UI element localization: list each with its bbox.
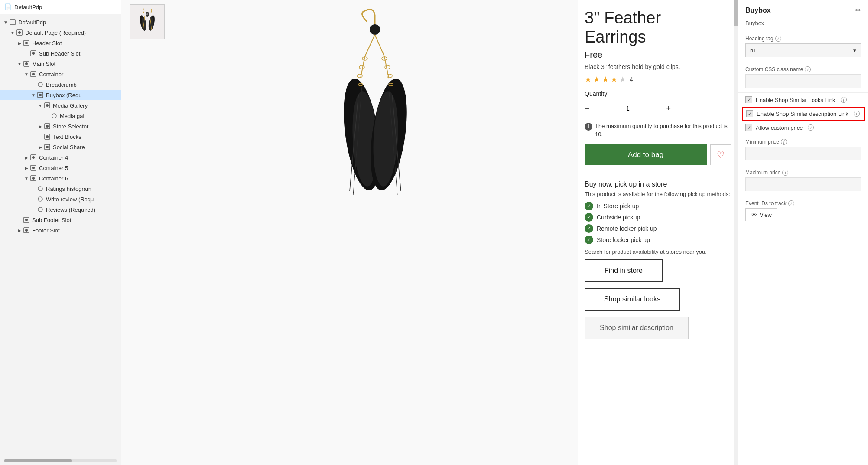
pickup-method-3: ✓ Remote locker pick up — [585, 224, 731, 233]
tree-label-container: Container — [39, 71, 118, 78]
sidebar-item-buybox[interactable]: ▼Buybox (Requ··· — [0, 90, 121, 100]
sidebar-item-media-gallery[interactable]: ▼Media Gallery — [0, 100, 121, 111]
shop-similar-looks-button[interactable]: Shop similar looks — [585, 288, 680, 311]
sidebar-title: DefaultPdp — [14, 4, 42, 10]
tree-label-media-gall: Media gall — [60, 113, 118, 119]
max-qty-text: The maximum quantity to purchase for thi… — [595, 122, 731, 138]
heading-tag-info-icon[interactable]: i — [775, 36, 781, 42]
find-in-store-button[interactable]: Find in store — [585, 259, 663, 282]
sidebar-item-container-5[interactable]: ▶Container 5 — [0, 163, 121, 173]
view-button[interactable]: 👁 View — [745, 208, 777, 221]
max-price-input[interactable] — [745, 177, 861, 191]
tree-icon-container — [29, 70, 37, 78]
pickup-method-2: ✓ Curbside pickup — [585, 213, 731, 222]
sidebar-item-header-slot[interactable]: ▶Header Slot — [0, 38, 121, 48]
tree-arrow-default-pdp: ▼ — [3, 20, 9, 25]
heading-tag-label: Heading tag i — [745, 36, 861, 42]
sidebar-scrollbar-thumb — [4, 459, 72, 462]
sidebar-item-footer-slot[interactable]: ▶Footer Slot — [0, 225, 121, 236]
product-description: Black 3" feathers held by gold clips. — [585, 63, 731, 70]
shop-similar-desc-info-icon[interactable]: i — [854, 111, 860, 117]
quantity-row[interactable]: − + — [585, 101, 637, 116]
css-class-info-icon[interactable]: i — [805, 66, 811, 72]
svg-point-10 — [32, 73, 35, 75]
add-to-bag-button[interactable]: Add to bag — [585, 144, 707, 165]
pickup-method-4: ✓ Store locker pick up — [585, 236, 731, 244]
tree-icon-default-page — [16, 29, 23, 36]
shop-similar-looks-checkbox[interactable] — [745, 96, 752, 103]
max-price-info-icon[interactable]: i — [782, 170, 788, 176]
heading-tag-select[interactable]: h1 ▾ — [745, 43, 861, 57]
sidebar-tree: ▼DefaultPdp▼Default Page (Required)▶Head… — [0, 14, 121, 456]
tree-label-default-page: Default Page (Required) — [25, 29, 118, 36]
css-class-input[interactable] — [745, 74, 861, 88]
wishlist-button[interactable]: ♡ — [710, 144, 731, 165]
tree-icon-default-pdp — [9, 18, 16, 26]
sidebar-item-sub-footer-slot[interactable]: Sub Footer Slot — [0, 215, 121, 225]
shop-similar-looks-info-icon[interactable]: i — [841, 97, 847, 103]
tree-icon-reviews-required — [36, 206, 44, 213]
sidebar-item-text-blocks[interactable]: Text Blocks — [0, 131, 121, 142]
right-panel-subtitle: Buybox — [738, 17, 868, 31]
event-ids-info-icon[interactable]: i — [788, 200, 794, 206]
min-price-info-icon[interactable]: i — [781, 139, 787, 145]
shop-similar-description-button[interactable]: Shop similar description — [585, 317, 689, 339]
sidebar-item-sub-header-slot[interactable]: Sub Header Slot — [0, 48, 121, 59]
sidebar-item-reviews-required[interactable]: Reviews (Required) — [0, 204, 121, 215]
sidebar-item-store-selector[interactable]: ▶Store Selector — [0, 121, 121, 131]
sidebar-item-default-page[interactable]: ▼Default Page (Required) — [0, 27, 121, 38]
sidebar-item-media-gall[interactable]: Media gall — [0, 111, 121, 121]
tree-arrow-main-slot: ▼ — [16, 62, 23, 66]
star-5-empty: ★ — [619, 75, 626, 84]
quantity-input[interactable] — [590, 101, 666, 116]
sidebar-item-container[interactable]: ▼Container — [0, 69, 121, 79]
shop-similar-desc-checkbox[interactable] — [746, 110, 753, 117]
svg-point-51 — [357, 74, 362, 78]
svg-point-15 — [46, 104, 49, 107]
min-price-input[interactable] — [745, 147, 861, 160]
tree-label-header-slot: Header Slot — [32, 40, 118, 46]
quantity-increment-button[interactable]: + — [666, 101, 671, 116]
right-panel-header: Buybox ✏ — [738, 0, 868, 17]
svg-point-31 — [38, 207, 42, 212]
tree-icon-header-slot — [23, 39, 30, 47]
allow-custom-price-info-icon[interactable]: i — [808, 124, 814, 131]
sidebar-item-container-6[interactable]: ▼Container 6 — [0, 173, 121, 183]
allow-custom-price-label: Allow custom price — [756, 124, 803, 131]
star-4: ★ — [611, 75, 618, 84]
quantity-decrement-button[interactable]: − — [585, 101, 590, 116]
tree-icon-container-5 — [29, 164, 37, 172]
svg-point-44 — [370, 24, 380, 35]
edit-button[interactable]: ✏ — [855, 6, 861, 14]
svg-point-50 — [359, 65, 364, 69]
tree-label-main-slot: Main Slot — [32, 61, 118, 67]
product-thumbnail[interactable] — [130, 4, 165, 39]
svg-point-6 — [32, 52, 35, 55]
check-icon-4: ✓ — [585, 236, 593, 244]
tree-icon-social-share — [43, 143, 51, 151]
star-1: ★ — [585, 75, 592, 84]
tree-arrow-footer-slot: ▶ — [16, 228, 23, 233]
tree-icon-container-6 — [29, 174, 37, 182]
tree-icon-container-4 — [29, 154, 37, 161]
svg-point-4 — [25, 42, 28, 44]
tree-arrow-buybox: ▼ — [30, 93, 36, 98]
pickup-method-2-label: Curbside pickup — [597, 214, 640, 221]
sidebar-item-main-slot[interactable]: ▼Main Slot — [0, 59, 121, 69]
sidebar-item-ratings-histogram[interactable]: Ratings histogram — [0, 183, 121, 194]
sidebar-item-social-share[interactable]: ▶Social Share — [0, 142, 121, 152]
scroll-thumb[interactable] — [734, 0, 738, 26]
pickup-desc: This product is available for the follow… — [585, 191, 731, 197]
sidebar-item-container-4[interactable]: ▶Container 4 — [0, 152, 121, 163]
sidebar-scrollbar[interactable] — [4, 459, 117, 462]
css-class-section: Custom CSS class name i — [738, 62, 868, 93]
main-product-image — [298, 9, 454, 234]
sidebar-item-write-review[interactable]: Write review (Requ — [0, 194, 121, 204]
sidebar-item-breadcrumb[interactable]: Breadcrumb — [0, 79, 121, 90]
right-panel: Buybox ✏ Buybox Heading tag i h1 ▾ Custo… — [738, 0, 868, 465]
allow-custom-price-checkbox[interactable] — [745, 124, 752, 131]
tree-label-default-pdp: DefaultPdp — [18, 19, 118, 26]
tree-icon-footer-slot — [23, 226, 30, 234]
shop-similar-desc-label: Enable Shop Similar description Link — [757, 111, 848, 117]
sidebar-item-default-pdp[interactable]: ▼DefaultPdp — [0, 17, 121, 27]
